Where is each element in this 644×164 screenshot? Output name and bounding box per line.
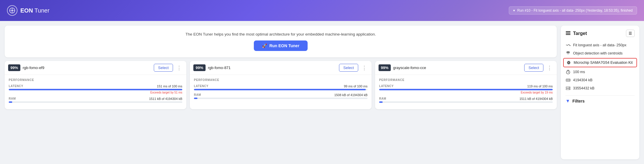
svg-point-36 — [569, 87, 570, 88]
card-3-ram-bar — [379, 101, 553, 103]
left-content: The EON Tuner helps you find the most op… — [5, 26, 557, 159]
app-header: EON Tuner ▾ Run #10 - Fit longuest axis … — [0, 0, 644, 21]
cards-row: 99% rgb-fomo-ef9 Select ⋮ PERFORMANCE LA… — [5, 61, 557, 109]
card-1-ram: RAM 1511 kB of 4194304 kB — [9, 97, 182, 103]
run-selector[interactable]: ▾ Run #10 - Fit longuest axis - all data… — [509, 6, 637, 15]
card-2-perf-label: PERFORMANCE — [194, 78, 368, 82]
sidebar-ram-label: 4194304 kB — [573, 78, 593, 82]
card-3-header: 99% grayscale-fomo-cce Select ⋮ — [375, 61, 557, 75]
card-1-latency: LATENCY 151 ms of 100 ms Exceeds target … — [9, 84, 182, 94]
model-card-1: 99% rgb-fomo-ef9 Select ⋮ PERFORMANCE LA… — [5, 61, 186, 109]
sidebar-latency-label: 100 ms — [573, 70, 585, 74]
banner: The EON Tuner helps you find the most op… — [5, 26, 557, 57]
sidebar-item-microchip[interactable]: Microchip SAMA7G54 Evaluation Kit — [563, 58, 637, 67]
card-3-percentage: 99% — [379, 64, 391, 71]
sidebar-item-object-detection: Object detection with centroids — [565, 49, 635, 57]
card-1-header: 99% rgb-fomo-ef9 Select ⋮ — [5, 61, 186, 75]
timer-icon — [565, 69, 571, 75]
storage-icon — [565, 86, 571, 91]
svg-point-37 — [569, 89, 570, 89]
sidebar-item-fit: Fit longuest axis - all data- 250px — [565, 41, 635, 49]
app-title: EON Tuner — [20, 7, 49, 14]
sidebar-divider — [565, 95, 635, 96]
header-left: EON Tuner — [7, 5, 49, 16]
card-1-name: rgb-fomo-ef9 — [23, 66, 151, 70]
filters-label: Filters — [572, 99, 585, 103]
sidebar-storage-label: 33554432 kB — [573, 86, 595, 90]
card-1-ram-bar — [9, 101, 182, 103]
sidebar-object-label: Object detection with centroids — [573, 51, 622, 55]
sidebar-item-storage: 33554432 kB — [565, 84, 635, 92]
svg-rect-7 — [566, 31, 570, 32]
card-2-body: PERFORMANCE LATENCY 99 ms of 100 ms RAM — [190, 75, 372, 105]
sidebar-title: Target — [565, 30, 587, 37]
svg-line-27 — [568, 72, 569, 73]
model-card-3: 99% grayscale-fomo-cce Select ⋮ PERFORMA… — [375, 61, 557, 109]
card-1-more-icon[interactable]: ⋮ — [175, 65, 183, 71]
svg-rect-9 — [566, 34, 570, 35]
filter-icon: ▼ — [565, 98, 570, 104]
card-2-select-button[interactable]: Select — [339, 64, 358, 72]
filters-section: ▼ Filters — [565, 98, 635, 104]
card-1-latency-bar — [9, 89, 182, 90]
model-card-2: 99% rgb-fomo-871 Select ⋮ PERFORMANCE LA… — [190, 61, 372, 109]
main-layout: The EON Tuner helps you find the most op… — [0, 21, 644, 164]
card-1-percentage: 99% — [8, 64, 20, 71]
card-2-more-icon[interactable]: ⋮ — [361, 65, 368, 71]
logo-icon — [7, 5, 17, 16]
run-eon-tuner-button[interactable]: 🚀 Run EON Tuner — [254, 40, 307, 51]
card-3-more-icon[interactable]: ⋮ — [546, 65, 553, 71]
card-2-ram-bar — [194, 98, 368, 99]
stack-icon — [565, 51, 571, 56]
sidebar-item-latency: 100 ms — [565, 68, 635, 76]
card-3-select-button[interactable]: Select — [524, 64, 543, 72]
banner-description: The EON Tuner helps you find the most op… — [10, 32, 551, 36]
wave-icon — [565, 43, 571, 48]
card-3-body: PERFORMANCE LATENCY 119 ms of 100 ms Exc… — [375, 75, 557, 109]
card-3-latency-bar — [379, 89, 553, 90]
svg-point-2 — [12, 10, 13, 11]
card-3-latency-exceed: Exceeds target by 19 ms — [379, 91, 553, 94]
card-2-latency-bar — [194, 89, 368, 90]
sidebar-menu-button[interactable]: ☰ — [626, 30, 635, 37]
sidebar-microchip-label: Microchip SAMA7G54 Evaluation Kit — [574, 61, 633, 65]
run-label: Run #10 - Fit longuest axis - all data- … — [517, 8, 633, 13]
sidebar-item-ram: 4194304 kB — [565, 76, 635, 84]
card-1-body: PERFORMANCE LATENCY 151 ms of 100 ms Exc… — [5, 75, 186, 109]
card-2-name: rgb-fomo-871 — [208, 66, 337, 70]
sidebar-top: Target ☰ — [565, 30, 635, 37]
dropdown-arrow-icon: ▾ — [513, 8, 515, 13]
card-3-name: grayscale-fomo-cce — [393, 66, 522, 70]
card-2-latency: LATENCY 99 ms of 100 ms — [194, 84, 368, 90]
card-2-ram: RAM 1508 kB of 4194304 kB — [194, 93, 368, 99]
card-2-percentage: 99% — [193, 64, 206, 71]
rocket-icon: 🚀 — [262, 43, 267, 48]
card-1-select-button[interactable]: Select — [154, 64, 173, 72]
card-1-perf-label: PERFORMANCE — [9, 78, 182, 82]
card-3-latency: LATENCY 119 ms of 100 ms Exceeds target … — [379, 84, 553, 94]
svg-rect-12 — [568, 62, 569, 63]
card-3-perf-label: PERFORMANCE — [379, 78, 553, 82]
svg-rect-8 — [566, 33, 570, 33]
target-icon — [565, 30, 571, 37]
card-2-header: 99% rgb-fomo-871 Select ⋮ — [190, 61, 372, 75]
card-1-latency-exceed: Exceeds target by 51 ms — [9, 91, 182, 94]
right-sidebar: Target ☰ Fit longuest axis - all data- 2… — [561, 26, 639, 159]
ram-icon — [565, 77, 571, 83]
card-3-ram: RAM 1511 kB of 4194304 kB — [379, 97, 553, 103]
sidebar-fit-label: Fit longuest axis - all data- 250px — [573, 43, 626, 47]
chip-icon — [566, 60, 571, 65]
